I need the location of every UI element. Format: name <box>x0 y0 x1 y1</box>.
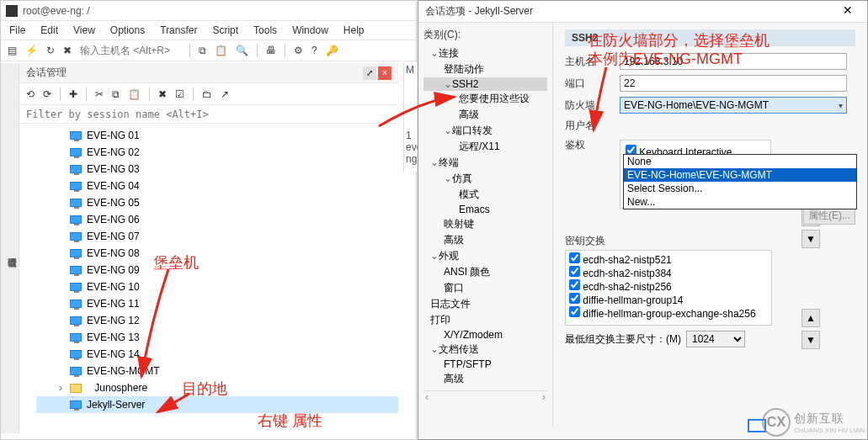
firewall-option-selected[interactable]: EVE-NG-Home\EVE-NG-MGMT <box>624 168 856 182</box>
session-item[interactable]: EVE-NG 01 <box>36 127 398 144</box>
new-icon[interactable]: ✚ <box>69 88 77 100</box>
cat-ftpsftp[interactable]: FTP/SFTP <box>423 358 547 371</box>
props-icon[interactable]: ☑ <box>175 88 184 100</box>
cat-portfwd[interactable]: ⌄端口转发 <box>423 123 547 139</box>
session-tree[interactable]: EVE-NG 01 EVE-NG 02 EVE-NG 03 EVE-NG 04 … <box>19 124 398 427</box>
category-pane: 类别(C): ⌄连接 登陆动作 ⌄SSH2 您要使用这些设 高级 ⌄端口转发 远… <box>418 23 553 427</box>
cat-window[interactable]: 窗口 <box>423 280 547 296</box>
toolbar-icon[interactable]: ▤ <box>8 45 17 56</box>
menu-window[interactable]: Window <box>292 24 328 36</box>
session-item[interactable]: EVE-NG-MGMT <box>36 363 398 379</box>
menu-edit[interactable]: Edit <box>40 24 58 36</box>
kex-list[interactable]: ecdh-sha2-nistp521 ecdh-sha2-nistp384 ec… <box>565 250 772 326</box>
paste-icon[interactable]: 📋 <box>215 45 227 56</box>
menu-view[interactable]: View <box>73 24 95 36</box>
menu-transfer[interactable]: Transfer <box>160 24 197 36</box>
sidebar-strip[interactable]: 会话管理器 <box>1 63 19 433</box>
cat-adv3[interactable]: 高级 <box>423 371 547 387</box>
menu-help[interactable]: Help <box>343 24 365 36</box>
cat-ansicolor[interactable]: ANSI 颜色 <box>423 264 547 280</box>
session-item[interactable]: EVE-NG 14 <box>36 346 398 363</box>
quick-connect-icon[interactable]: ⚡ <box>25 45 38 56</box>
cat-emacs[interactable]: Emacs <box>423 203 547 216</box>
copy2-icon[interactable]: ⧉ <box>112 88 120 100</box>
paste2-icon[interactable]: 📋 <box>128 88 141 100</box>
kex-item[interactable] <box>569 266 580 277</box>
cat-appearance[interactable]: ⌄外观 <box>423 248 547 264</box>
cut-icon[interactable]: ✂ <box>95 88 104 100</box>
disconnect-icon[interactable]: ✖ <box>63 45 72 56</box>
cat-ssh2[interactable]: ⌄SSH2 <box>423 77 547 91</box>
firewall-option[interactable]: Select Session... <box>624 182 856 195</box>
kex-item[interactable] <box>569 293 580 304</box>
session-item[interactable]: EVE-NG 07 <box>36 228 398 245</box>
panel-pin-icon[interactable]: ⤢ <box>363 66 376 80</box>
host-input[interactable] <box>80 45 181 56</box>
session-item[interactable]: EVE-NG 10 <box>36 278 398 295</box>
kex-item[interactable] <box>569 306 580 317</box>
kex-item[interactable] <box>569 279 580 290</box>
session-item[interactable]: EVE-NG 11 <box>36 295 398 312</box>
cat-adv2[interactable]: 高级 <box>423 232 547 248</box>
session-item[interactable]: EVE-NG 04 <box>36 178 398 194</box>
filter-input[interactable] <box>26 109 391 120</box>
key-icon[interactable]: 🔑 <box>326 45 338 56</box>
kex-item[interactable] <box>569 252 580 263</box>
cat-terminal[interactable]: ⌄终端 <box>423 155 547 171</box>
move-down-icon[interactable]: ▼ <box>801 230 820 248</box>
session-item[interactable]: EVE-NG 05 <box>36 194 398 211</box>
session-item[interactable]: EVE-NG 08 <box>36 245 398 262</box>
hostname-input[interactable] <box>620 53 847 70</box>
cat-emulation[interactable]: ⌄仿真 <box>423 171 547 187</box>
copy-icon[interactable]: ⧉ <box>199 45 206 56</box>
folder-icon[interactable]: 🗀 <box>202 88 212 100</box>
reconnect-icon[interactable]: ↻ <box>46 45 55 56</box>
cat-print[interactable]: 打印 <box>423 312 547 328</box>
print-icon[interactable]: 🖶 <box>266 45 276 56</box>
settings-icon[interactable]: ⚙ <box>294 45 303 56</box>
menu-script[interactable]: Script <box>212 24 238 36</box>
cat-login[interactable]: 登陆动作 <box>423 61 547 77</box>
session-item[interactable]: EVE-NG 06 <box>36 211 398 228</box>
session-item[interactable]: EVE-NG 03 <box>36 161 398 178</box>
cat-ssh2-note[interactable]: 您要使用这些设 <box>423 91 547 107</box>
move-up-icon[interactable]: ▲ <box>801 309 820 327</box>
find-icon[interactable]: 🔍 <box>236 45 248 56</box>
panel-header: 会话管理 ⤢ × <box>19 63 398 83</box>
session-item[interactable]: EVE-NG 12 <box>36 312 398 329</box>
menu-options[interactable]: Options <box>110 24 145 36</box>
cat-remotex11[interactable]: 远程/X11 <box>423 139 547 155</box>
menu-tools[interactable]: Tools <box>253 24 277 36</box>
firewall-combo[interactable]: EVE-NG-Home\EVE-NG-MGMT ▾ <box>620 97 847 114</box>
session-item[interactable]: EVE-NG 09 <box>36 262 398 278</box>
session-item-selected[interactable]: Jekyll-Server <box>36 396 398 413</box>
category-scrollbar[interactable]: ‹› <box>423 390 547 404</box>
session-item[interactable]: EVE-NG 13 <box>36 329 398 346</box>
firewall-dropdown[interactable]: None EVE-NG-Home\EVE-NG-MGMT Select Sess… <box>623 154 857 209</box>
port-input[interactable] <box>620 75 847 92</box>
category-tree[interactable]: ⌄连接 登陆动作 ⌄SSH2 您要使用这些设 高级 ⌄端口转发 远程/X11 ⌄… <box>423 45 547 387</box>
cat-logfile[interactable]: 日志文件 <box>423 296 547 312</box>
forward-icon[interactable]: ⟳ <box>43 88 51 100</box>
session-item[interactable]: EVE-NG 02 <box>36 144 398 161</box>
cat-mode[interactable]: 模式 <box>423 187 547 203</box>
delete-icon[interactable]: ✖ <box>158 88 167 100</box>
min-size-select[interactable]: 1024 <box>686 331 745 347</box>
cat-connect[interactable]: ⌄连接 <box>423 45 547 61</box>
session-folder[interactable]: › Junosphere <box>36 379 398 396</box>
back-icon[interactable]: ⟲ <box>26 88 35 100</box>
cat-xyz[interactable]: X/Y/Zmodem <box>423 328 547 342</box>
firewall-option[interactable]: None <box>624 155 856 168</box>
menu-file[interactable]: File <box>9 24 25 36</box>
firewall-label: 防火墙 <box>565 98 611 113</box>
cat-filetransfer[interactable]: ⌄文档传送 <box>423 342 547 358</box>
cat-mapkeys[interactable]: 映射键 <box>423 216 547 232</box>
cat-advanced[interactable]: 高级 <box>423 107 547 123</box>
help-icon[interactable]: ? <box>312 45 317 56</box>
dialog-close-icon[interactable]: ✕ <box>835 3 860 20</box>
share-icon[interactable]: ↗ <box>221 88 229 100</box>
panel-close-icon[interactable]: × <box>378 66 391 80</box>
form-pane: SSH2 主机名 端口 防火墙 EVE-NG-Home\EVE-NG-MGMT … <box>553 23 867 427</box>
firewall-option[interactable]: New... <box>624 195 856 209</box>
move-down-icon[interactable]: ▼ <box>801 331 820 349</box>
